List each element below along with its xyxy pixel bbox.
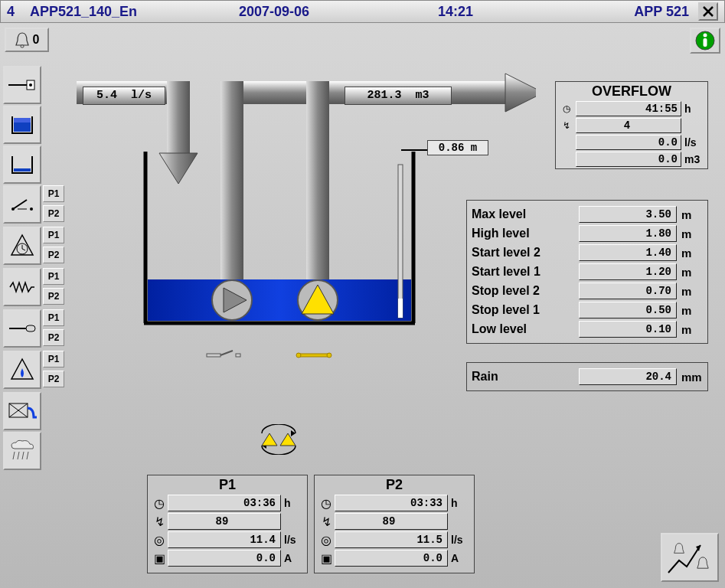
current-small-icon: ▣ (151, 551, 168, 566)
svg-rect-5 (704, 38, 707, 47)
header-time: 14:21 (438, 4, 591, 20)
trend-button[interactable] (661, 533, 719, 582)
trend-icon (665, 537, 714, 577)
svg-marker-29 (159, 153, 198, 184)
sidebar-pumpdrop-p1[interactable]: P1 (43, 351, 64, 368)
svg-marker-55 (280, 433, 296, 446)
screen-index: 4 (7, 4, 30, 20)
level-value: 0.70 (579, 283, 677, 299)
p1-title: P1 (151, 477, 304, 493)
sidebar-nav-plug[interactable] (3, 66, 41, 104)
level-value: 1.20 (579, 263, 677, 280)
inflow-display: 5.4 l/s (83, 87, 165, 105)
sidebar-switch-p1[interactable]: P1 (43, 185, 64, 202)
sidebar-switch-p2[interactable]: P2 (43, 205, 64, 222)
overflow-panel: OVERFLOW ◷ 41:55 h ↯ 4 0.0 l/s 0.0 m3 (555, 81, 708, 169)
level-unit: m (677, 285, 703, 298)
svg-line-24 (18, 452, 19, 459)
overflow-count: 4 (576, 118, 681, 133)
svg-rect-48 (236, 354, 240, 357)
sidebar-nav-switch[interactable] (3, 185, 41, 224)
p1-flow: 11.4 (168, 531, 281, 548)
outflow-unit: m3 (416, 89, 429, 102)
level-label: High level (472, 227, 579, 240)
svg-point-8 (29, 83, 32, 87)
overflow-hours: 41:55 (576, 101, 681, 116)
pump-p1-panel: P1 ◷ 03:36 h ↯ 89 ◎ 11.4 l/s ▣ 0.0 A (147, 475, 308, 573)
sidebar-nav-clock[interactable] (3, 227, 41, 265)
alarm-button[interactable]: 0 (5, 28, 49, 52)
starts-small-icon: ↯ (151, 514, 168, 529)
p2-flow: 11.5 (335, 531, 448, 548)
svg-rect-33 (306, 81, 329, 308)
level-label: Max level (472, 207, 579, 221)
title-bar: 4 APP521_140_En 2007-09-06 14:21 APP 521 (0, 0, 725, 23)
sidebar-nav-tank-low[interactable] (3, 145, 41, 184)
svg-rect-43 (398, 299, 403, 318)
sidebar-pumpdrop-p2[interactable]: P2 (43, 371, 64, 387)
level-label: Stop level 2 (472, 284, 579, 298)
level-display: 0.86 m (427, 140, 488, 155)
level-value: 0.50 (579, 302, 677, 318)
svg-line-47 (220, 351, 233, 355)
sidebar-nav-tank-full[interactable] (3, 106, 41, 144)
p1-hours: 03:36 (168, 495, 281, 511)
flow-small-icon: ◎ (318, 533, 335, 547)
level-unit: m (677, 266, 703, 279)
pump-p2-panel: P2 ◷ 03:33 h ↯ 89 ◎ 11.5 l/s ▣ 0.0 A (314, 475, 475, 573)
p2-current: 0.0 (335, 550, 448, 567)
svg-marker-54 (262, 433, 277, 446)
level-row: Start level 21.40m (472, 244, 703, 261)
svg-point-50 (296, 353, 301, 358)
level-row: High level1.80m (472, 225, 703, 242)
inflow-unit: l/s (131, 89, 152, 102)
p1-current: 0.0 (168, 550, 281, 567)
rain-label: Rain (472, 370, 579, 384)
pumpdrop-icon (10, 358, 34, 382)
level-value: 1.80 (579, 225, 677, 242)
inflow-value: 5.4 (96, 89, 117, 102)
info-button[interactable] (690, 28, 720, 54)
sidebar-nav-probe[interactable] (3, 309, 41, 348)
sidebar-probe-p2[interactable]: P2 (43, 329, 64, 346)
level-unit: m (677, 323, 703, 336)
overflow-rate-unit: l/s (681, 136, 706, 149)
level-unit: m (471, 142, 477, 154)
close-button[interactable] (698, 2, 718, 21)
sidebar-probe-p1[interactable]: P1 (43, 309, 64, 326)
sidebar-vibration-p1[interactable]: P1 (43, 268, 64, 285)
p1-starts: 89 (168, 513, 281, 530)
outflow-display: 281.3 m3 (345, 87, 452, 105)
probe-icon (8, 323, 37, 334)
rain-icon (8, 439, 36, 462)
clock-icon (10, 234, 34, 258)
clock-small-icon: ◷ (151, 496, 168, 511)
vibration-icon (8, 279, 36, 295)
level-row: Stop level 10.50m (472, 302, 703, 318)
sidebar: P1 P2 P1 P2 P1 P2 P1 P2 (3, 66, 80, 472)
svg-rect-28 (167, 81, 190, 158)
sidebar-nav-pumpdrop[interactable] (3, 351, 41, 389)
level-label: Low level (472, 322, 579, 336)
starts-small-icon: ↯ (318, 514, 335, 529)
level-value: 3.50 (579, 206, 677, 223)
sidebar-nav-rain[interactable] (3, 432, 41, 470)
sidebar-vibration-p2[interactable]: P2 (43, 288, 64, 305)
close-icon (702, 5, 714, 18)
overflow-volume-unit: m3 (681, 153, 706, 165)
levels-panel: Max level3.50mHigh level1.80mStart level… (466, 200, 708, 344)
svg-rect-2 (21, 45, 24, 47)
level-row: Start level 11.20m (472, 263, 703, 280)
level-unit: m (677, 227, 703, 240)
svg-rect-32 (220, 81, 243, 308)
level-unit: m (677, 304, 703, 317)
level-label: Stop level 1 (472, 303, 579, 317)
svg-line-25 (22, 452, 24, 459)
sidebar-nav-overflow[interactable] (3, 392, 41, 430)
sidebar-nav-vibration[interactable] (3, 268, 41, 306)
sidebar-clock-p1[interactable]: P1 (43, 227, 64, 243)
clock-small-icon: ◷ (557, 103, 576, 114)
p2-current-unit: A (448, 552, 471, 564)
overflow-title: OVERFLOW (557, 83, 706, 100)
sidebar-clock-p2[interactable]: P2 (43, 247, 64, 263)
